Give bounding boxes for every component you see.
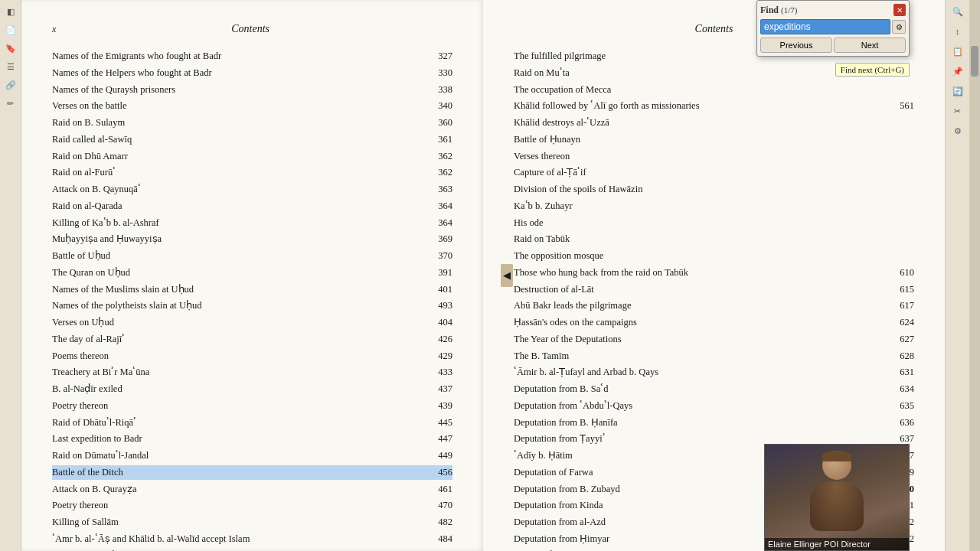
entry-text: Battle of Ḥunayn	[514, 132, 884, 147]
entry-page	[884, 199, 914, 214]
entry-text: Raid on Dūmatuʾl-Jandal	[52, 448, 422, 463]
entry-text: Deputation from ʿAbduʾl-Qays	[514, 399, 884, 413]
left-page: x Contents Names of the Emigrants who fo…	[21, 0, 483, 551]
right-toolbar-icon-1[interactable]: 🔍	[949, 3, 966, 20]
table-row: Names of the Quraysh prisoners338	[52, 83, 452, 97]
entry-text: The opposition mosque	[514, 249, 884, 263]
entry-text: Raid on Tabūk	[514, 232, 884, 246]
table-row: B. al-Naḍīr exiled437	[52, 382, 452, 396]
entry-page: 362	[422, 165, 452, 180]
entry-text: Treachery at Biʾr Maʿūna	[52, 365, 422, 380]
table-row: The Quran on Uḥud391	[52, 266, 452, 280]
table-row: His ode	[514, 216, 914, 230]
table-row: Attack on B. Qaynuqāʿ363	[52, 182, 452, 197]
table-row: Muḥayyiṣa and Ḥuwayyiṣa369	[52, 232, 452, 246]
right-page: Contents The fulfilled pilgrimageRaid on…	[483, 0, 945, 551]
entry-page: 401	[422, 282, 452, 297]
find-search-input[interactable]	[760, 19, 890, 34]
entry-text: Attack on B. Liḥyān	[52, 549, 422, 552]
find-header: Find (1/7) ✕	[760, 4, 906, 16]
entry-page: 449	[422, 448, 452, 463]
left-page-title: Contents	[56, 23, 445, 35]
right-toolbar-icon-2[interactable]: ↕	[949, 23, 966, 40]
entry-text: ʿAmr b. al-ʿĀṣ and Khālid b. al-Walīd ac…	[52, 532, 422, 546]
table-row: Raid on al-Furūʿ362	[52, 165, 452, 180]
table-row: Battle of Ḥunayn	[514, 132, 914, 147]
entry-page: 447	[422, 432, 452, 446]
entry-text: Attack on B. Qaynuqāʿ	[52, 182, 422, 197]
right-toolbar-icon-6[interactable]: ✂	[949, 103, 966, 119]
entry-page: 627	[884, 332, 914, 347]
entry-page: 340	[422, 99, 452, 113]
page-area: x Contents Names of the Emigrants who fo…	[21, 0, 980, 551]
table-row: Names of the Helpers who fought at Badr3…	[52, 66, 452, 80]
entry-text: Raid on al-Furūʿ	[52, 165, 422, 180]
close-icon: ✕	[897, 6, 903, 15]
table-row: Deputation from B. Ḥanīfa636	[514, 416, 914, 430]
entry-text: The day of al-Rajīʿ	[52, 332, 422, 347]
table-row: Those who hung back from the raid on Tab…	[514, 266, 914, 280]
entry-text: Poetry thereon	[52, 399, 422, 413]
scrollbar-thumb[interactable]	[971, 46, 978, 77]
toolbar-icon-3[interactable]: 🔖	[2, 40, 19, 57]
scrollbar[interactable]	[969, 0, 980, 551]
table-row: Ḥassān's odes on the campaigns624	[514, 315, 914, 330]
find-gear-button[interactable]: ⚙	[892, 20, 906, 34]
table-row: ʿAmr b. al-ʿĀṣ and Khālid b. al-Walīd ac…	[52, 532, 452, 546]
table-row: Deputation from ʿAbduʾl-Qays635	[514, 399, 914, 413]
entry-text: Those who hung back from the raid on Tab…	[514, 266, 884, 280]
table-row: Killing of Sallām482	[52, 515, 452, 530]
table-row: Abū Bakr leads the pilgrimage617	[514, 298, 914, 313]
entry-page: 426	[422, 332, 452, 347]
entry-text: Ḥassān's odes on the campaigns	[514, 315, 884, 330]
entry-text: Deputation from B. Saʿd	[514, 382, 884, 396]
entry-text: Battle of the Ditch	[52, 465, 422, 480]
table-row: Raid on B. Sulaym360	[52, 116, 452, 130]
toolbar-icon-2[interactable]: 📄	[2, 21, 19, 38]
entry-text: The occupation of Mecca	[514, 83, 884, 97]
toolbar-icon-4[interactable]: ☰	[2, 58, 19, 75]
entry-page: 361	[422, 132, 452, 147]
table-row: Names of the Emigrants who fought at Bad…	[52, 49, 452, 64]
find-input-row: ⚙	[760, 19, 906, 34]
entry-text: Killing of Kaʿb b. al-Ashraf	[52, 216, 422, 230]
entry-text: The Year of the Deputations	[514, 332, 884, 347]
find-previous-button[interactable]: Previous	[760, 37, 832, 53]
entry-text: Raid called al-Sawīq	[52, 132, 422, 147]
page-collapse-arrow[interactable]: ◀	[501, 264, 513, 287]
find-next-button[interactable]: Next	[834, 37, 906, 53]
entry-page: 363	[422, 182, 452, 197]
table-row: Raid on Dūmatuʾl-Jandal449	[52, 448, 452, 463]
right-toolbar-icon-4[interactable]: 📌	[949, 63, 966, 80]
entry-text: The B. Tamīm	[514, 349, 884, 364]
entry-page: 561	[884, 99, 914, 113]
table-row: Killing of Kaʿb b. al-Ashraf364	[52, 216, 452, 230]
left-page-header: x Contents	[52, 23, 452, 35]
entry-page: 461	[422, 482, 452, 497]
entry-page: 338	[422, 83, 452, 97]
entry-text: Poetry thereon	[52, 498, 422, 513]
table-row: The B. Tamīm628	[514, 349, 914, 364]
chevron-left-icon: ◀	[503, 269, 511, 282]
entry-page: 370	[422, 249, 452, 263]
video-overlay: Elaine Ellinger POI Director	[764, 444, 910, 551]
right-toolbar-icon-5[interactable]: 🔄	[949, 83, 966, 99]
right-toolbar-icon-3[interactable]: 📋	[949, 43, 966, 60]
entry-page: 330	[422, 66, 452, 80]
entry-text: ʿĀmir b. al-Ṭufayl and Arbad b. Qays	[514, 365, 884, 380]
entry-page: 493	[422, 298, 452, 313]
entry-page	[884, 165, 914, 180]
toolbar-icon-1[interactable]: ◧	[2, 3, 19, 20]
video-content: Elaine Ellinger POI Director	[765, 445, 909, 550]
toolbar-icon-6[interactable]: ✏	[2, 95, 19, 112]
table-row: Raid of Dhātuʾl-Riqāʿ445	[52, 416, 452, 430]
gear-icon: ⚙	[896, 23, 903, 31]
find-close-button[interactable]: ✕	[893, 4, 906, 16]
entry-text: Raid of Dhātuʾl-Riqāʿ	[52, 416, 422, 430]
toolbar-icon-5[interactable]: 🔗	[2, 77, 19, 93]
right-toolbar-icon-7[interactable]: ⚙	[949, 122, 966, 139]
table-row: Battle of the Ditch456	[52, 465, 452, 480]
entry-page: 636	[884, 416, 914, 430]
entry-page: 369	[422, 232, 452, 246]
video-label: Elaine Ellinger POI Director	[765, 538, 909, 550]
